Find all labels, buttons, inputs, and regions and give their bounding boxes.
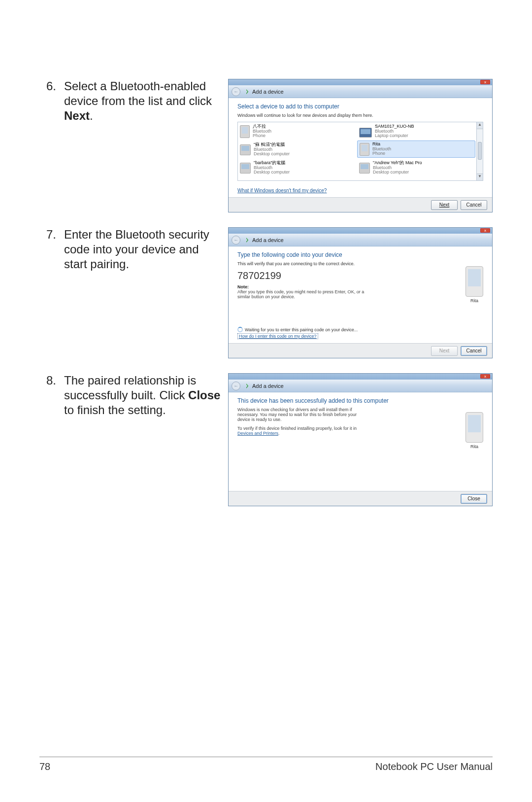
device-text: "Andrew Yeh"的 Mac ProBluetoothDesktop co… [373, 161, 422, 175]
page-content: 6. Select a Bluetooth-enabled device fro… [0, 0, 532, 506]
device-item[interactable]: YI_HSIEH-NBBluetooth [238, 177, 357, 181]
dialog-1-subtext: Windows will continue to look for new de… [237, 113, 483, 118]
dialog-3-titlebar: x [229, 374, 492, 380]
step-6-row: 6. Select a Bluetooth-enabled device fro… [39, 79, 493, 212]
dialog-3-heading: This device has been successfully added … [237, 397, 483, 404]
device-text: "barbara"的電腦BluetoothDesktop computer [254, 161, 290, 175]
next-button-label: Next [439, 202, 450, 208]
help-link[interactable]: How do I enter this code on my device? [237, 333, 318, 339]
step-8-bold: Close [188, 388, 220, 402]
step-6-text-a: Select a Bluetooth-enabled device from t… [64, 79, 212, 107]
cancel-button[interactable]: Cancel [461, 346, 487, 356]
phone-caption: Rita [468, 298, 480, 303]
next-button: Next [431, 346, 458, 356]
step-7-text: Enter the Bluetooth security code into y… [64, 227, 224, 272]
note-text: After you type this code, you might need… [237, 289, 366, 299]
dialog-3-header: ← Add a device [229, 380, 492, 392]
phone-icon [466, 412, 483, 443]
back-icon[interactable]: ← [232, 236, 240, 244]
phone-icon [240, 125, 250, 138]
dialog-2-titlebar: x [229, 228, 492, 234]
scroll-down-icon[interactable]: ▼ [477, 174, 483, 180]
dialog-2-footer: Next Cancel [229, 343, 492, 358]
manual-title: Notebook PC User Manual [375, 761, 493, 772]
help-link[interactable]: What if Windows doesn't find my device? [237, 188, 327, 193]
step-8-number: 8. [39, 373, 64, 388]
phone-caption: Rita [468, 444, 480, 449]
step-8-text-b: to finish the setting. [64, 403, 166, 417]
dialog-2-heading: Type the following code into your device [237, 251, 483, 258]
device-item[interactable]: RitaBluetoothPhone [357, 140, 475, 158]
dialog-3-p2: To verify if this device finished instal… [237, 426, 366, 436]
close-icon[interactable]: x [480, 80, 490, 84]
device-item[interactable]: 八不拉BluetoothPhone [238, 122, 357, 140]
step-8-row: 8. The paired relationship is successful… [39, 373, 493, 506]
step-6-number: 6. [39, 79, 64, 94]
scrollbar[interactable]: ▲ ▼ [476, 122, 483, 181]
dialog-3-p2b: . [278, 431, 280, 436]
step-7-number: 7. [39, 227, 64, 242]
pairing-code: 78702199 [237, 270, 483, 281]
step-8-text-a: The paired relationship is successfully … [64, 374, 196, 402]
dialog-2-subtext: This will verify that you are connecting… [237, 261, 483, 266]
device-item[interactable]: SAM1017_KUO-NBBluetoothLaptop computer [357, 122, 476, 140]
dialog-1: x ← Add a device Select a device to add … [228, 79, 493, 212]
dialog-1-body: Select a device to add to this computer … [229, 98, 492, 197]
desktop-icon [240, 144, 251, 155]
device-item[interactable]: "蘇 輯清"的電腦BluetoothDesktop computer [238, 140, 357, 159]
waiting-row: Waiting for you to enter this pairing co… [237, 327, 483, 332]
device-list[interactable]: 八不拉BluetoothPhoneSAM1017_KUO-NBBluetooth… [237, 122, 476, 181]
phone-icon [360, 143, 369, 156]
device-item[interactable]: "barbara"的電腦BluetoothDesktop computer [238, 159, 357, 177]
note-label: Note: [237, 284, 483, 289]
page-number: 78 [39, 761, 50, 772]
back-icon: ← [232, 382, 240, 390]
dialog-2-title: Add a device [252, 237, 284, 243]
devices-printers-link[interactable]: Devices and Printers [237, 431, 278, 436]
close-icon[interactable]: x [480, 228, 490, 233]
bluetooth-icon [243, 237, 249, 244]
device-text: "蘇 輯清"的電腦BluetoothDesktop computer [254, 142, 290, 157]
dialog-3-title: Add a device [252, 383, 284, 389]
dialog-3-p1: Windows is now checking for drivers and … [237, 407, 366, 422]
dialog-1-header: ← Add a device [229, 85, 492, 98]
step-7-row: 7. Enter the Bluetooth security code int… [39, 227, 493, 358]
desktop-icon [359, 163, 370, 174]
dialog-2: x ← Add a device Type the following code… [228, 227, 493, 358]
back-icon[interactable]: ← [232, 87, 240, 96]
step-6-text: Select a Bluetooth-enabled device from t… [64, 79, 224, 123]
scroll-up-icon[interactable]: ▲ [477, 122, 483, 129]
step-8-text: The paired relationship is successfully … [64, 373, 224, 418]
step-6-text-b: . [90, 109, 93, 122]
phone-icon [466, 266, 483, 297]
step-6-bold: Next [64, 109, 90, 122]
scroll-thumb[interactable] [478, 142, 482, 160]
desktop-icon [240, 163, 251, 174]
spinner-icon [237, 327, 243, 332]
dialog-3-body: This device has been successfully added … [229, 392, 492, 491]
close-button[interactable]: Close [461, 494, 487, 504]
device-text: SAM1017_KUO-NBBluetoothLaptop computer [375, 124, 414, 139]
next-button[interactable]: Next [431, 200, 458, 210]
dialog-3-footer: Close [229, 491, 492, 506]
waiting-text: Waiting for you to enter this pairing co… [245, 327, 358, 332]
dialog-1-title: Add a device [252, 89, 284, 95]
dialog-3: x ← Add a device This device has been su… [228, 373, 493, 506]
dialog-1-titlebar: x [229, 79, 492, 85]
device-item[interactable]: "Andrew Yeh"的 Mac ProBluetoothDesktop co… [357, 159, 476, 177]
close-icon[interactable]: x [480, 374, 490, 379]
bluetooth-icon [243, 88, 249, 95]
dialog-1-heading: Select a device to add to this computer [237, 103, 483, 110]
dialog-2-header: ← Add a device [229, 234, 492, 246]
page-footer: 78 Notebook PC User Manual [39, 757, 493, 772]
cancel-button[interactable]: Cancel [461, 200, 487, 210]
laptop-icon [359, 128, 372, 138]
device-text: RitaBluetoothPhone [372, 142, 391, 157]
dialog-1-footer: Next Cancel [229, 197, 492, 212]
dialog-2-body: Type the following code into your device… [229, 246, 492, 343]
bluetooth-icon [243, 383, 249, 389]
dialog-3-p2a: To verify if this device finished instal… [237, 426, 357, 431]
device-text: 八不拉BluetoothPhone [253, 124, 271, 139]
